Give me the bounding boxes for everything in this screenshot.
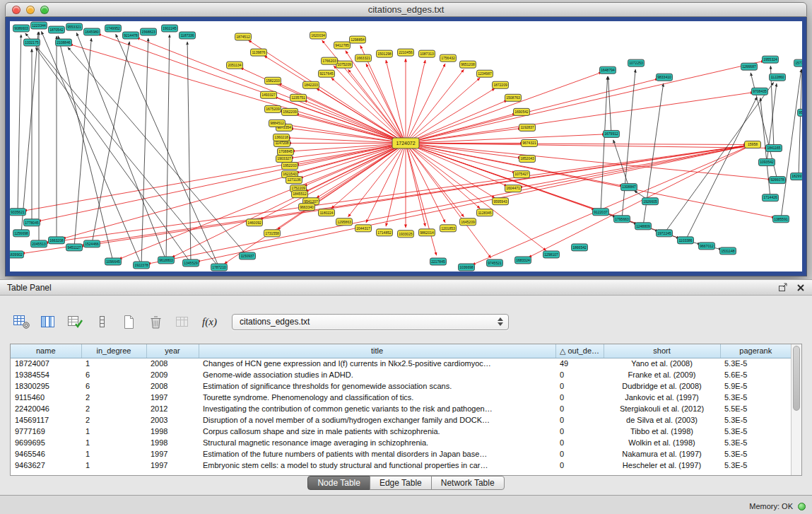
network-node[interactable]: 1308847 <box>621 184 637 191</box>
network-node[interactable]: 1223344 <box>31 22 47 29</box>
network-node[interactable]: 1845512 <box>292 191 308 198</box>
network-node[interactable]: 1075209 <box>336 61 353 68</box>
network-node[interactable]: 1266687 <box>741 63 758 70</box>
table-row[interactable]: 911546021997Tourette syndrome. Phenomeno… <box>11 392 791 403</box>
network-node[interactable]: 9663340 <box>299 204 315 211</box>
network-node[interactable]: 1271136 <box>286 177 302 184</box>
network-node[interactable]: 1620034 <box>310 32 326 39</box>
tab-network-table[interactable]: Network Table <box>431 476 505 490</box>
network-node[interactable]: 1562209 <box>282 108 298 115</box>
network-node[interactable]: 1926605 <box>642 198 659 205</box>
network-node[interactable]: 9708435 <box>752 88 768 95</box>
network-node[interactable]: 15958 <box>745 141 761 148</box>
network-node[interactable]: 1872209 <box>493 81 509 88</box>
network-node[interactable]: 9833410 <box>657 74 673 81</box>
network-node[interactable]: 1128345 <box>477 209 493 216</box>
network-node[interactable]: 9618803 <box>158 257 175 264</box>
network-node[interactable]: 1866542 <box>572 244 588 251</box>
network-node[interactable]: 1234987 <box>477 70 493 77</box>
network-node[interactable]: 1756432 <box>440 54 457 62</box>
network-node[interactable]: 9217645 <box>319 70 335 77</box>
float-panel-icon[interactable] <box>778 283 788 292</box>
table-scrollbar-thumb[interactable] <box>793 346 800 411</box>
network-node[interactable]: 9335621 <box>10 209 26 216</box>
table-row[interactable]: 1938455462009Genome-wide association stu… <box>11 369 791 380</box>
network-node[interactable]: 1298854 <box>350 36 366 43</box>
zoom-window-button[interactable] <box>40 6 49 14</box>
network-node[interactable]: 1087313 <box>419 50 435 57</box>
network-node[interactable]: 1645980 <box>84 28 100 35</box>
network-node[interactable]: 1360218 <box>273 134 290 141</box>
network-node[interactable]: 1345529 <box>183 259 199 267</box>
table-row[interactable]: 1456911722003Disruption of a novel membe… <box>11 414 791 426</box>
table-panel-titlebar[interactable]: Table Panel <box>0 280 812 296</box>
network-node[interactable]: 1714426 <box>763 194 779 201</box>
column-header-name[interactable]: name <box>11 344 81 358</box>
network-node[interactable]: 9544208 <box>798 109 803 116</box>
network-node[interactable]: 2217845 <box>430 258 447 265</box>
network-node[interactable]: 1795663 <box>614 216 630 223</box>
network-node[interactable]: 1524466 <box>84 240 100 247</box>
network-node[interactable]: 9214478 <box>123 32 139 39</box>
network-node[interactable]: 9745521 <box>487 259 503 267</box>
new-column-button[interactable] <box>64 311 87 333</box>
network-node[interactable]: 1248809 <box>635 223 652 230</box>
network-node[interactable]: 1648794 <box>600 66 616 74</box>
network-node[interactable]: 1103386 <box>678 237 694 244</box>
network-node[interactable]: 1201853 <box>440 225 457 232</box>
network-node[interactable]: 1295863 <box>336 218 353 226</box>
network-node[interactable]: 1708845 <box>278 148 294 156</box>
network-canvas[interactable]: 1724072967432118520431075427160447195959… <box>10 21 802 271</box>
network-node[interactable]: 9412785 <box>334 42 351 49</box>
table-row[interactable]: 1830029562008Estimation of significance … <box>11 380 791 392</box>
table-row[interactable]: 969969511998Structural magnetic resonanc… <box>11 437 791 448</box>
minimize-window-button[interactable] <box>26 6 35 14</box>
network-node[interactable]: 1150937 <box>240 252 256 259</box>
network-node[interactable]: 1714852 <box>377 229 393 236</box>
column-header-short[interactable]: short <box>604 344 720 358</box>
network-node[interactable]: 1122860 <box>770 74 786 81</box>
network-window-titlebar[interactable]: citations_edges.txt <box>5 2 807 17</box>
network-node[interactable]: 9674321 <box>522 139 538 146</box>
network-node[interactable]: 1663208 <box>49 237 65 244</box>
network-node[interactable]: 9086603 <box>13 25 30 32</box>
network-node[interactable]: 1749952 <box>105 25 122 32</box>
network-node[interactable]: 1842203 <box>303 81 319 88</box>
network-node[interactable]: 9122037 <box>593 209 609 216</box>
network-node[interactable]: 1787210 <box>211 264 228 271</box>
network-node[interactable]: 9884512 <box>269 119 286 127</box>
network-node[interactable]: 1852043 <box>519 156 536 163</box>
network-node[interactable]: 1582203 <box>265 77 281 84</box>
network-node[interactable]: 9667012 <box>699 243 715 250</box>
network-node[interactable]: 1679912 <box>604 130 620 137</box>
network-node[interactable]: 1072253 <box>628 59 645 66</box>
network-node[interactable]: 1663321 <box>355 54 372 62</box>
network-node[interactable]: 1922378 <box>134 262 150 269</box>
column-header-year[interactable]: year <box>146 344 199 358</box>
show-columns-button[interactable] <box>37 311 60 333</box>
network-node[interactable]: 1235751 <box>290 94 307 101</box>
network-node[interactable]: 1870542 <box>49 26 65 33</box>
table-row[interactable]: 977716911998Corpus callosum shape and si… <box>11 426 791 437</box>
column-header-title[interactable]: title <box>199 344 555 358</box>
network-node[interactable]: 2045513 <box>31 240 47 247</box>
table-row[interactable]: 2242004622012Investigating the contribut… <box>11 403 791 414</box>
network-selector-dropdown[interactable]: citations_edges.txt <box>232 314 509 330</box>
network-node[interactable]: 9266078 <box>770 177 786 184</box>
column-header-pagerank[interactable]: pagerank <box>720 344 791 358</box>
new-document-button[interactable] <box>117 311 141 333</box>
network-node[interactable]: 1577298 <box>794 59 803 66</box>
table-row[interactable]: 946362711997Embryonic stem cells: a mode… <box>11 460 791 471</box>
network-node[interactable]: 9651208 <box>460 61 476 68</box>
table-settings-button[interactable] <box>10 311 33 333</box>
network-node[interactable]: 1955324 <box>763 56 779 63</box>
network-node[interactable]: 1645209 <box>460 218 476 226</box>
network-node[interactable]: 2044317 <box>355 225 372 232</box>
network-node[interactable]: 1933025 <box>398 230 414 238</box>
network-node[interactable]: 1604471 <box>505 185 522 192</box>
network-node[interactable]: 2108846 <box>56 39 72 46</box>
network-node[interactable]: 1332175 <box>24 39 40 46</box>
network-node[interactable]: 1187336 <box>180 32 196 39</box>
table-row[interactable]: 1872400712008Changes of HCN gene express… <box>11 358 791 369</box>
close-panel-icon[interactable] <box>796 284 805 292</box>
